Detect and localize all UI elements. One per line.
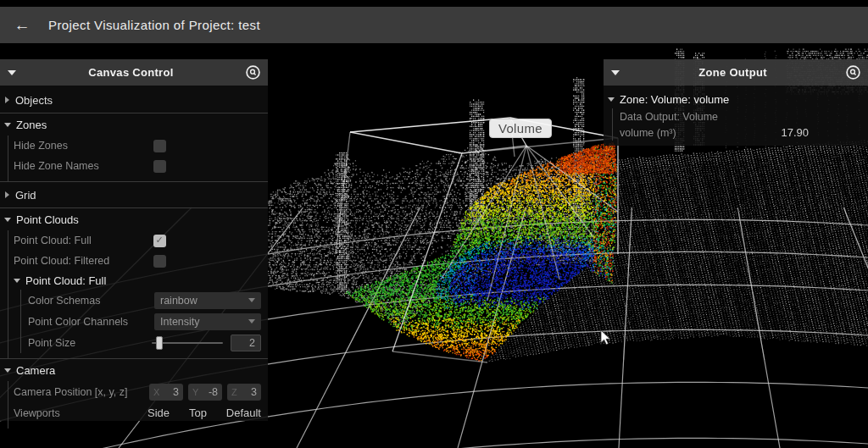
point-cloud-full-row: Point Cloud: Full (14, 230, 268, 251)
data-output-label: Data Output: Volume (620, 111, 809, 123)
subsection-point-cloud-full[interactable]: Point Cloud: Full (14, 271, 268, 290)
hide-zones-label: Hide Zones (14, 140, 153, 152)
section-objects[interactable]: Objects (0, 87, 268, 113)
grid-label: Grid (15, 189, 36, 202)
point-cloud-filtered-checkbox[interactable] (153, 255, 166, 268)
color-schemas-row: Color Schemas rainbow (28, 290, 268, 311)
point-clouds-label: Point Clouds (16, 213, 79, 226)
camera-x-value: 3 (159, 386, 179, 398)
camera-x-field[interactable]: X 3 (149, 384, 183, 401)
viewports-label: Viewports (14, 407, 147, 419)
z-axis-label: Z (231, 387, 237, 397)
chevron-down-icon (608, 97, 615, 102)
point-cloud-filtered-row: Point Cloud: Filtered (14, 251, 268, 271)
volume-value: 17.90 (781, 126, 809, 139)
volume-unit-label: volume (m³) (620, 127, 781, 139)
chevron-down-icon (248, 319, 255, 324)
viewport-side-button[interactable]: Side (147, 407, 170, 419)
objects-label: Objects (15, 94, 53, 107)
color-schemas-value: rainbow (160, 295, 248, 307)
point-size-row: Point Size 2 (28, 332, 268, 353)
canvas-control-panel: Canvas Control Objects Zones (0, 59, 268, 421)
hide-zone-names-label: Hide Zone Names (14, 160, 153, 172)
slider-handle[interactable] (156, 336, 163, 350)
color-schemas-label: Color Schemas (28, 295, 154, 307)
chevron-right-icon (5, 97, 9, 103)
chevron-right-icon (5, 191, 9, 198)
page-title: Project Visualization of Project: test (48, 18, 260, 32)
search-icon[interactable] (846, 65, 860, 80)
point-color-channels-value: Intensity (160, 316, 248, 328)
back-button[interactable]: ← (5, 16, 39, 35)
camera-position-row: Camera Position [x, y, z] X 3 Y -8 (14, 381, 268, 402)
app-window: Volume ← Project Visualization of Projec… (0, 0, 868, 448)
chevron-down-icon (248, 298, 255, 302)
camera-position-label: Camera Position [x, y, z] (14, 386, 149, 398)
point-cloud-full-label: Point Cloud: Full (14, 235, 153, 246)
zone-output-title: Zone Output (620, 66, 846, 79)
y-axis-label: Y (192, 387, 198, 397)
point-size-value[interactable]: 2 (231, 335, 261, 351)
camera-y-value: -8 (198, 386, 218, 398)
x-axis-label: X (153, 387, 159, 397)
chevron-down-icon (4, 218, 11, 222)
chevron-down-icon (14, 279, 20, 283)
zone-output-panel: Zone Output Zone: Volume: volume Data Ou… (604, 59, 868, 146)
canvas-control-header[interactable]: Canvas Control (0, 59, 268, 86)
point-size-label: Point Size (28, 337, 152, 349)
hide-zone-names-checkbox[interactable] (153, 160, 166, 173)
zone-volume-label: Zone: Volume: volume (620, 93, 729, 106)
zone-output-header[interactable]: Zone Output (604, 59, 868, 86)
canvas-control-title: Canvas Control (16, 66, 246, 79)
section-camera[interactable]: Camera (0, 359, 268, 381)
color-schemas-select[interactable]: rainbow (154, 292, 261, 309)
chevron-down-icon[interactable] (8, 70, 16, 75)
hide-zone-names-row: Hide Zone Names (14, 156, 268, 176)
viewport-default-button[interactable]: Default (226, 407, 261, 419)
search-icon[interactable] (246, 65, 260, 80)
section-point-clouds[interactable]: Point Clouds (0, 208, 268, 230)
zones-label: Zones (16, 119, 47, 131)
camera-z-value: 3 (237, 386, 257, 398)
hide-zones-row: Hide Zones (14, 136, 268, 156)
point-color-channels-row: Point Color Channels Intensity (28, 311, 268, 332)
zone-output-body: Zone: Volume: volume Data Output: Volume… (604, 86, 868, 146)
point-cloud-full-sub-label: Point Cloud: Full (25, 274, 106, 287)
camera-label: Camera (16, 364, 55, 377)
point-color-channels-label: Point Color Channels (28, 316, 154, 328)
chevron-down-icon[interactable] (611, 70, 620, 75)
chevron-down-icon (4, 368, 11, 373)
point-size-slider[interactable] (152, 335, 223, 351)
section-grid[interactable]: Grid (0, 182, 268, 207)
viewport-top-button[interactable]: Top (189, 407, 207, 419)
section-zones[interactable]: Zones (0, 113, 268, 136)
viewports-row: Viewports Side Top Default (14, 402, 268, 423)
point-cloud-full-checkbox[interactable] (153, 235, 166, 247)
volume-value-row: volume (m³) 17.90 (620, 124, 868, 141)
camera-z-field[interactable]: Z 3 (227, 384, 261, 401)
zone-volume-group[interactable]: Zone: Volume: volume (604, 90, 868, 108)
canvas-control-body: Objects Zones Hide Zones Hide Zone Names (0, 86, 268, 421)
point-color-channels-select[interactable]: Intensity (154, 313, 261, 330)
hide-zones-checkbox[interactable] (153, 140, 166, 152)
camera-y-field[interactable]: Y -8 (188, 384, 222, 401)
chevron-down-icon (4, 123, 11, 127)
zone-label[interactable]: Volume (489, 119, 552, 138)
data-output-row: Data Output: Volume (620, 108, 868, 124)
point-cloud-filtered-label: Point Cloud: Filtered (14, 255, 153, 267)
top-bar: ← Project Visualization of Project: test (0, 7, 868, 43)
